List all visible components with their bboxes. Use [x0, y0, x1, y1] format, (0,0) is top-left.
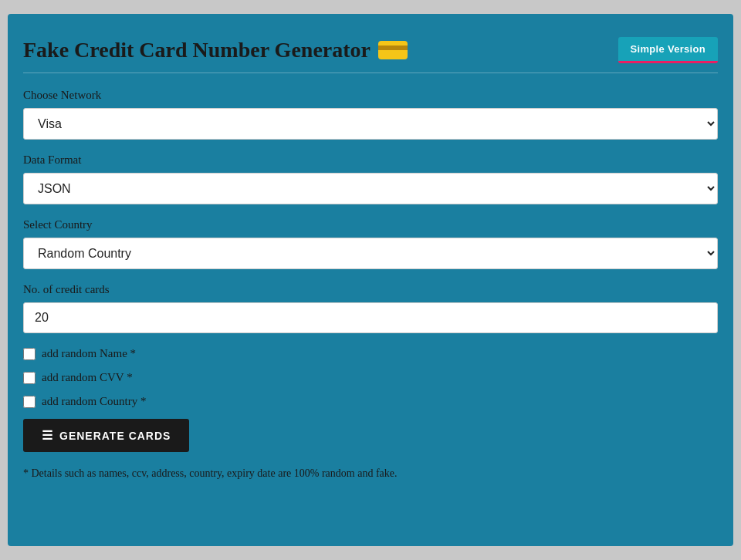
- network-label: Choose Network: [23, 89, 718, 102]
- simple-version-button[interactable]: Simple Version: [618, 37, 718, 63]
- add-country-checkbox[interactable]: [23, 396, 36, 408]
- main-container: Fake Credit Card Number Generator Simple…: [8, 14, 733, 546]
- quantity-input[interactable]: [23, 302, 718, 333]
- add-name-checkbox-group: add random Name *: [23, 347, 718, 360]
- add-cvv-label[interactable]: add random CVV *: [42, 371, 133, 384]
- country-field-group: Select Country Random Country United Sta…: [23, 218, 718, 269]
- disclaimer-text: * Details such as names, ccv, address, c…: [23, 467, 718, 480]
- add-cvv-checkbox[interactable]: [23, 372, 36, 384]
- data-format-field-group: Data Format JSON CSV XML TSV: [23, 153, 718, 204]
- header-row: Fake Credit Card Number Generator Simple…: [23, 37, 718, 63]
- network-field-group: Choose Network Visa MasterCard American …: [23, 89, 718, 140]
- header-divider: [23, 73, 718, 73]
- page-title: Fake Credit Card Number Generator: [23, 38, 408, 62]
- data-format-select[interactable]: JSON CSV XML TSV: [23, 173, 718, 204]
- generate-cards-button[interactable]: ☰ GENERATE CARDS: [23, 419, 189, 452]
- country-select[interactable]: Random Country United States United King…: [23, 238, 718, 269]
- generate-button-label: GENERATE CARDS: [59, 430, 171, 442]
- quantity-label: No. of credit cards: [23, 283, 718, 296]
- country-label: Select Country: [23, 218, 718, 231]
- add-name-label[interactable]: add random Name *: [42, 347, 136, 360]
- add-country-label[interactable]: add random Country *: [42, 395, 146, 408]
- title-text: Fake Credit Card Number Generator: [23, 38, 370, 62]
- quantity-field-group: No. of credit cards: [23, 283, 718, 333]
- add-country-checkbox-group: add random Country *: [23, 395, 718, 408]
- network-select[interactable]: Visa MasterCard American Express Discove…: [23, 108, 718, 140]
- data-format-label: Data Format: [23, 153, 718, 167]
- add-cvv-checkbox-group: add random CVV *: [23, 371, 718, 384]
- credit-card-icon: [378, 41, 408, 59]
- list-icon: ☰: [42, 428, 53, 443]
- add-name-checkbox[interactable]: [23, 348, 36, 360]
